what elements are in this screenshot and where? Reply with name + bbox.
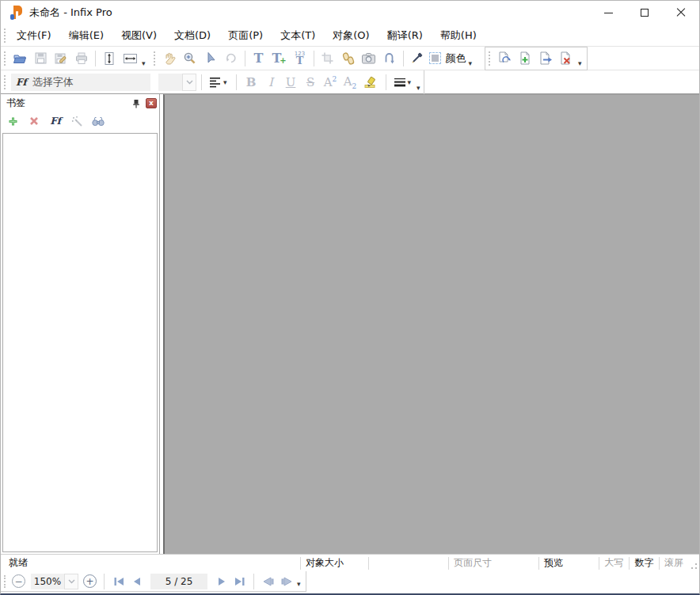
font-size-select[interactable] — [158, 74, 196, 91]
snapshot-tool-button[interactable] — [359, 48, 379, 69]
path-tool-button[interactable] — [379, 48, 400, 69]
italic-button[interactable]: I — [261, 75, 281, 89]
print-button[interactable] — [71, 48, 92, 69]
app-window: 未命名 - Infix Pro 文件(F) 编辑(E) 视图(V) 文档(D) … — [0, 0, 700, 595]
menu-file[interactable]: 文件(F) — [10, 26, 59, 45]
underline-button[interactable]: U — [281, 75, 301, 89]
fit-height-button[interactable] — [99, 48, 120, 69]
replace-page-button[interactable] — [494, 48, 515, 69]
minimize-button[interactable] — [590, 1, 626, 25]
print-icon — [74, 51, 89, 66]
zoom-in-button[interactable]: + — [83, 574, 97, 588]
save-button[interactable] — [30, 48, 51, 69]
nav-toolbar-overflow-chevron[interactable]: ▾ — [297, 580, 301, 588]
link-tool-button[interactable] — [338, 48, 359, 69]
select-tool-button[interactable] — [200, 48, 221, 69]
color-button-label[interactable]: 颜色 — [446, 51, 466, 66]
color-swatch[interactable] — [428, 48, 443, 69]
font-icon: Ff — [16, 77, 27, 88]
text-toolbar: Ff 选择字体 ▾ B I U — [1, 70, 699, 94]
extract-page-button[interactable] — [535, 48, 556, 69]
window-title: 未命名 - Infix Pro — [29, 6, 112, 20]
menu-object[interactable]: 对象(O) — [325, 26, 376, 45]
nav-gripper[interactable] — [4, 575, 7, 588]
status-ready: 就绪 — [1, 556, 300, 570]
close-panel-button[interactable]: x — [146, 98, 157, 108]
resize-grip[interactable] — [688, 555, 699, 571]
zoom-tool-button[interactable] — [180, 48, 200, 69]
bookmarks-list[interactable] — [2, 133, 158, 552]
page-export-icon — [538, 51, 554, 66]
line-weight-chevron[interactable]: ▾ — [408, 78, 412, 86]
previous-page-button[interactable] — [127, 573, 146, 590]
page-ops-gripper[interactable] — [489, 51, 492, 66]
find-bookmark-button[interactable] — [91, 114, 105, 128]
bookmarks-title: 书签 — [6, 97, 130, 110]
bold-button[interactable]: B — [242, 75, 261, 89]
first-page-button[interactable] — [109, 573, 127, 590]
menu-edit[interactable]: 编辑(E) — [62, 26, 111, 45]
fit-page-width-icon — [123, 51, 138, 66]
document-area[interactable] — [163, 94, 699, 554]
next-page-icon — [217, 577, 226, 586]
eyedropper-button[interactable] — [407, 48, 428, 69]
menu-document[interactable]: 文档(D) — [167, 26, 218, 45]
insert-page-button[interactable] — [515, 48, 535, 69]
menubar-gripper[interactable] — [4, 28, 7, 43]
superscript-button[interactable]: A2 — [321, 75, 340, 89]
color-options-chevron[interactable]: ▾ — [469, 59, 473, 67]
menu-translate[interactable]: 翻译(R) — [380, 26, 430, 45]
menu-help[interactable]: 帮助(H) — [433, 26, 484, 45]
add-text-button[interactable]: T + — [269, 48, 290, 69]
open-button[interactable] — [10, 48, 30, 69]
page-ops-chevron[interactable]: ▾ — [578, 59, 582, 67]
close-button[interactable] — [663, 1, 699, 25]
zoom-dropdown[interactable] — [64, 574, 78, 589]
previous-view-button[interactable] — [259, 573, 277, 590]
hand-tool-button[interactable] — [159, 48, 180, 69]
auto-bookmark-button[interactable] — [70, 114, 84, 128]
maximize-button[interactable] — [626, 1, 663, 25]
line-weight-button[interactable]: ▾ — [391, 78, 416, 87]
toolbar-gripper[interactable] — [4, 51, 7, 66]
alignment-chevron[interactable]: ▾ — [223, 78, 227, 86]
highlight-button[interactable] — [360, 72, 381, 93]
subscript-button[interactable]: A2 — [340, 74, 360, 90]
status-page-size: 页面尺寸 — [449, 555, 538, 571]
text-toolbar-overflow-chevron[interactable]: ▾ — [417, 84, 420, 92]
text-tool-button[interactable]: T — [249, 48, 269, 69]
text-toolbar-gripper[interactable] — [4, 75, 7, 89]
numbered-text-button[interactable]: 123 T — [290, 48, 310, 69]
save-as-button[interactable] — [51, 48, 71, 69]
delete-page-button[interactable] — [556, 48, 576, 69]
toolbar-gripper-2[interactable] — [154, 51, 157, 66]
strikethrough-button[interactable]: S — [301, 75, 321, 89]
add-bookmark-button[interactable] — [6, 114, 20, 128]
next-page-button[interactable] — [212, 573, 230, 590]
pin-panel-button[interactable] — [130, 97, 143, 109]
save-icon — [34, 51, 48, 65]
zoom-out-button[interactable]: − — [12, 574, 25, 588]
last-page-icon — [234, 577, 245, 586]
font-select[interactable]: Ff 选择字体 — [11, 74, 150, 91]
fit-width-button[interactable] — [120, 48, 140, 69]
panel-close-icon: x — [149, 100, 154, 107]
page-refresh-icon — [497, 51, 512, 66]
rotate-tool-button[interactable] — [221, 48, 242, 69]
last-page-button[interactable] — [230, 573, 249, 590]
crop-tool-button[interactable] — [318, 48, 338, 69]
font-size-dropdown[interactable] — [182, 74, 196, 91]
page-indicator-field[interactable]: 5 / 25 — [150, 574, 207, 589]
bookmark-font-button[interactable]: Ff — [48, 114, 63, 128]
next-view-button[interactable] — [277, 573, 295, 590]
status-empty-cell — [369, 555, 448, 571]
menu-view[interactable]: 视图(V) — [114, 26, 164, 45]
fit-options-chevron[interactable]: ▾ — [142, 59, 146, 67]
menu-text[interactable]: 文本(T) — [273, 26, 322, 45]
menu-page[interactable]: 页面(P) — [221, 26, 270, 45]
alignment-button[interactable]: ▾ — [207, 77, 231, 88]
zoom-select[interactable]: 150% — [31, 574, 78, 589]
save-as-icon — [54, 51, 68, 66]
delete-bookmark-button[interactable] — [27, 114, 41, 128]
status-caps-indicator: 大写 — [599, 555, 629, 571]
